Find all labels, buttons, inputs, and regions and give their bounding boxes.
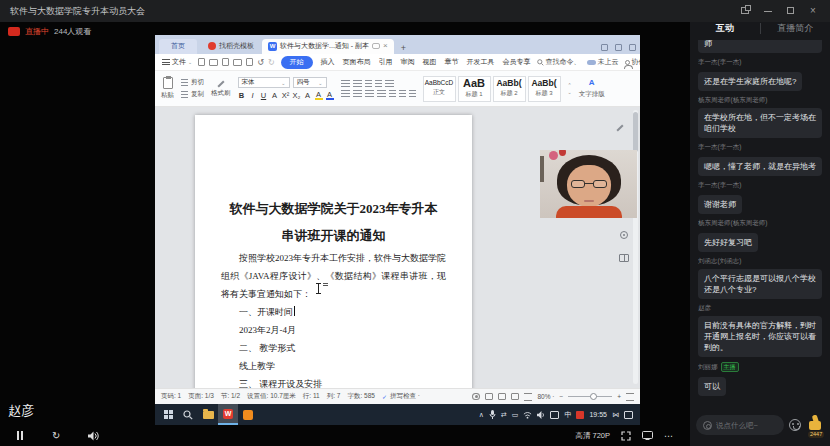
underline-button[interactable]: U xyxy=(260,91,268,100)
document-page[interactable]: 软件与大数据学院关于2023年专升本 串讲班开课的通知 按照学校2023年专升本… xyxy=(195,115,472,388)
preview-icon[interactable] xyxy=(246,58,253,66)
like-button[interactable]: 2447 xyxy=(806,415,824,435)
align-right-icon[interactable] xyxy=(365,90,374,97)
refresh-button[interactable]: ↻ xyxy=(52,431,60,441)
ribbon-tab-开发工具[interactable]: 开发工具 xyxy=(467,57,495,67)
open-icon[interactable] xyxy=(209,59,218,66)
minimize-icon[interactable] xyxy=(764,6,774,16)
battery-icon[interactable]: ▭ xyxy=(512,411,519,419)
italic-button[interactable]: I xyxy=(249,91,257,100)
read-mode-icon[interactable] xyxy=(619,254,629,262)
microphone-icon[interactable] xyxy=(489,410,496,419)
scrollbar-thumb[interactable] xyxy=(633,112,638,152)
chat-message-list[interactable]: 老师，这个考试是如何组织学生去考试吗?柳玉路(柳玉路)是可以自己去选择考试地点吗… xyxy=(698,40,822,396)
keyboard-icon[interactable] xyxy=(550,411,559,419)
wps-account-icon[interactable] xyxy=(601,44,608,51)
close-icon[interactable]: × xyxy=(810,6,820,16)
fit-page-icon[interactable] xyxy=(524,393,532,401)
style-标题 3[interactable]: AaBb(标题 3 xyxy=(528,76,561,102)
fullscreen-icon[interactable] xyxy=(621,431,631,441)
web-view-icon[interactable] xyxy=(511,393,519,400)
tab-live-intro[interactable]: 直播简介 xyxy=(761,22,830,35)
bullet-list-icon[interactable] xyxy=(341,80,350,87)
bold-button[interactable]: B xyxy=(238,91,246,100)
ribbon-tab-开始[interactable]: 开始 xyxy=(281,56,313,69)
edit-pen-icon[interactable] xyxy=(615,123,624,132)
action-center-icon[interactable] xyxy=(624,411,633,419)
highlight-button[interactable]: A xyxy=(315,91,323,100)
zoom-slider-knob[interactable] xyxy=(590,393,597,400)
align-center-icon[interactable] xyxy=(353,90,362,97)
line-spacing-icon[interactable] xyxy=(389,90,396,97)
wps-taskbar-button[interactable]: W xyxy=(218,404,238,425)
styles-gallery-scroll[interactable]: ⌃⌄ xyxy=(568,82,572,95)
ribbon-tab-章节[interactable]: 章节 xyxy=(445,57,459,67)
tray-expand-icon[interactable]: ∧ xyxy=(479,411,484,419)
fullscreen-icon[interactable] xyxy=(626,393,634,401)
ribbon-tab-审阅[interactable]: 审阅 xyxy=(401,57,415,67)
file-explorer-button[interactable] xyxy=(198,404,218,425)
sync-icon[interactable]: ⇄ xyxy=(501,411,507,419)
tab-wps-home[interactable]: 首页 xyxy=(159,39,197,54)
text-direction-icon[interactable] xyxy=(385,80,394,87)
tab-docer-templates[interactable]: 找稻壳模板 xyxy=(200,39,262,54)
ribbon-tab-会员专享[interactable]: 会员专享 xyxy=(503,57,531,67)
subscript-button[interactable]: X₂ xyxy=(293,91,301,100)
volume-icon[interactable] xyxy=(88,431,99,441)
page-view-icon[interactable] xyxy=(485,393,493,400)
ribbon-tab-页面布局[interactable]: 页面布局 xyxy=(343,57,371,67)
paste-button[interactable]: 粘贴 xyxy=(161,77,174,100)
ribbon-tab-视图[interactable]: 视图 xyxy=(423,57,437,67)
font-border-button[interactable]: A xyxy=(271,91,279,100)
char-border-button[interactable]: A xyxy=(304,91,312,100)
chat-input-container[interactable] xyxy=(696,415,784,435)
letterbox-icon[interactable]: ⋈ xyxy=(612,411,619,419)
font-family-select[interactable]: 宋体⌄ xyxy=(238,77,290,88)
style-标题 1[interactable]: AaB标题 1 xyxy=(458,76,491,102)
file-menu[interactable]: 文件 ⌄ xyxy=(162,57,192,67)
wps-window-icon[interactable] xyxy=(629,44,636,51)
cut-button[interactable]: 剪切 xyxy=(181,78,204,87)
undo-icon[interactable]: ↺ xyxy=(257,58,264,67)
outline-view-icon[interactable] xyxy=(498,393,506,400)
taskbar-search-button[interactable] xyxy=(178,404,198,425)
superscript-button[interactable]: X² xyxy=(282,91,290,100)
tab-interaction[interactable]: 互动 xyxy=(690,22,760,35)
wps-notification-icon[interactable] xyxy=(615,44,622,51)
clock[interactable]: 19:55 xyxy=(589,411,607,418)
copy-button[interactable]: 复制 xyxy=(181,90,204,99)
chat-input[interactable] xyxy=(716,421,777,430)
pause-button[interactable] xyxy=(16,431,24,440)
speaker-icon[interactable] xyxy=(537,411,545,419)
align-left-icon[interactable] xyxy=(341,90,350,97)
font-size-select[interactable]: 四号⌄ xyxy=(293,77,327,88)
zoom-in-button[interactable]: + xyxy=(617,393,621,400)
redo-icon[interactable]: ↻ xyxy=(268,58,275,67)
zoom-level[interactable]: 80% · xyxy=(537,393,554,400)
spell-check-status[interactable]: ✓ 拼写检查 · xyxy=(382,392,420,401)
wifi-icon[interactable] xyxy=(523,411,532,419)
new-tab-button[interactable]: + xyxy=(394,42,413,54)
save-icon[interactable] xyxy=(222,58,229,66)
settings-icon[interactable] xyxy=(620,231,628,239)
presenter-webcam[interactable] xyxy=(540,150,637,218)
format-painter-button[interactable]: 格式刷 xyxy=(211,79,231,98)
border-icon[interactable] xyxy=(409,90,416,97)
style-标题 2[interactable]: AaBb(标题 2 xyxy=(493,76,526,102)
cast-icon[interactable] xyxy=(642,431,653,440)
zoom-slider[interactable] xyxy=(568,396,612,397)
print-icon[interactable] xyxy=(233,59,242,66)
decrease-indent-icon[interactable] xyxy=(365,80,372,87)
popout-icon[interactable] xyxy=(741,6,751,16)
app-taskbar-button[interactable] xyxy=(238,404,258,425)
ime-indicator[interactable]: 中 xyxy=(564,410,571,420)
tray-wps-icon[interactable] xyxy=(576,411,584,419)
zoom-out-button[interactable]: − xyxy=(559,393,563,400)
ribbon-tab-插入[interactable]: 插入 xyxy=(321,57,335,67)
emoji-icon[interactable] xyxy=(789,419,801,431)
cloud-sync-status[interactable]: 未上云 xyxy=(587,57,619,67)
increase-indent-icon[interactable] xyxy=(375,80,382,87)
quality-selector[interactable]: 高清 720P xyxy=(575,431,610,441)
maximize-icon[interactable] xyxy=(787,6,797,16)
tab-document[interactable]: W 软件与大数据学...通知 - 副本 × xyxy=(262,39,394,54)
